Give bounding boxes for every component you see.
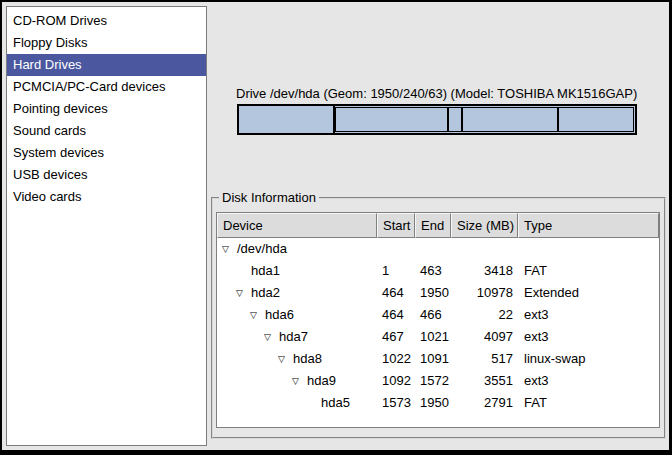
sidebar-item-floppy-disks[interactable]: Floppy Disks [7,32,206,54]
column-header-type[interactable]: Type [518,213,659,238]
tree-indent [217,282,234,304]
partition-segment-hda1 [239,106,333,133]
expander-open-icon[interactable]: ▽ [248,304,265,326]
disk-row-hda6[interactable]: ▽hda646446622ext3 [217,304,659,326]
start-cell: 464 [377,304,415,326]
device-cell: ▽hda7 [217,326,377,348]
sidebar-item-usb-devices[interactable]: USB devices [7,164,206,186]
type-cell: ext3 [518,326,659,348]
device-cell: ▽hda2 [217,282,377,304]
device-name: hda8 [293,348,322,370]
size-cell: 3551 [451,370,518,392]
sidebar-item-video-cards[interactable]: Video cards [7,186,206,208]
column-header-size-mb[interactable]: Size (MB) [451,213,518,238]
type-cell: FAT [518,392,659,414]
disk-information-frame: Disk Information DeviceStartEndSize (MB)… [211,197,666,439]
column-header-start[interactable]: Start [377,213,415,238]
disk-information-label: Disk Information [219,190,319,206]
start-cell: 1092 [377,370,415,392]
partition-segment-hda7 [337,108,448,131]
disk-row-hda5[interactable]: hda5157319502791FAT [217,392,659,414]
sidebar-item-cd-rom-drives[interactable]: CD-ROM Drives [7,10,206,32]
size-cell: 10978 [451,282,518,304]
size-cell: 517 [451,348,518,370]
partition-bar [237,104,637,135]
size-cell: 3418 [451,260,518,282]
column-header-end[interactable]: End [415,213,451,238]
disk-row-hda8[interactable]: ▽hda810221091517linux-swap [217,348,659,370]
disk-row-hda7[interactable]: ▽hda746710214097ext3 [217,326,659,348]
sidebar-item-hard-drives[interactable]: Hard Drives [7,54,206,76]
start-cell: 467 [377,326,415,348]
disk-row-hda9[interactable]: ▽hda9109215723551ext3 [217,370,659,392]
tree-indent [217,326,262,348]
device-name: hda6 [265,304,294,326]
sidebar-item-pcmcia-pc-card-devices[interactable]: PCMCIA/PC-Card devices [7,76,206,98]
start-cell [377,238,415,260]
type-cell: ext3 [518,304,659,326]
disk-info-table: DeviceStartEndSize (MB)Type ▽/dev/hdahda… [216,212,660,428]
end-cell: 1091 [415,348,451,370]
sidebar-item-pointing-devices[interactable]: Pointing devices [7,98,206,120]
tree-indent [217,370,290,392]
expander-open-icon[interactable]: ▽ [234,282,251,304]
partition-segment-hda9 [461,108,557,131]
type-cell: FAT [518,260,659,282]
tree-indent [217,348,276,370]
device-cell: ▽hda6 [217,304,377,326]
sidebar-item-system-devices[interactable]: System devices [7,142,206,164]
start-cell: 1022 [377,348,415,370]
device-category-list: CD-ROM DrivesFloppy DisksHard DrivesPCMC… [6,6,207,446]
size-cell: 2791 [451,392,518,414]
end-cell [415,238,451,260]
tree-indent [217,304,248,326]
partition-segment-hda5 [557,108,632,131]
device-cell: ▽hda8 [217,348,377,370]
device-name: hda2 [251,282,280,304]
device-name: hda7 [279,326,308,348]
device-name: hda5 [321,392,350,414]
type-cell: Extended [518,282,659,304]
partition-segment-hda8 [447,108,461,131]
column-header-device[interactable]: Device [217,213,377,238]
type-cell: ext3 [518,370,659,392]
device-name: /dev/hda [237,238,287,260]
end-cell: 1572 [415,370,451,392]
end-cell: 1950 [415,282,451,304]
type-cell [518,238,659,260]
size-cell [451,238,518,260]
disk-row-hda2[interactable]: ▽hda2464195010978Extended [217,282,659,304]
end-cell: 1950 [415,392,451,414]
device-cell: ▽/dev/hda [217,238,377,260]
device-name: hda1 [251,260,280,282]
device-cell: hda1 [217,260,377,282]
device-name: hda9 [307,370,336,392]
extended-partition-inner [335,107,634,132]
hardware-browser-window: CD-ROM DrivesFloppy DisksHard DrivesPCMC… [0,0,672,455]
disk-row-dev-hda[interactable]: ▽/dev/hda [217,238,659,260]
start-cell: 1573 [377,392,415,414]
end-cell: 466 [415,304,451,326]
end-cell: 463 [415,260,451,282]
tree-indent [217,392,304,414]
expander-open-icon[interactable]: ▽ [220,238,237,260]
expander-open-icon[interactable]: ▽ [290,370,307,392]
table-body: ▽/dev/hdahda114633418FAT▽hda246419501097… [217,238,659,427]
size-cell: 4097 [451,326,518,348]
end-cell: 1021 [415,326,451,348]
disk-row-hda1[interactable]: hda114633418FAT [217,260,659,282]
start-cell: 464 [377,282,415,304]
partition-segment-hda2 [333,106,635,133]
device-cell: ▽hda9 [217,370,377,392]
expander-open-icon[interactable]: ▽ [262,326,279,348]
start-cell: 1 [377,260,415,282]
tree-indent [217,260,234,282]
expander-open-icon[interactable]: ▽ [276,348,293,370]
type-cell: linux-swap [518,348,659,370]
device-cell: hda5 [217,392,377,414]
sidebar-item-sound-cards[interactable]: Sound cards [7,120,206,142]
table-header-row: DeviceStartEndSize (MB)Type [217,213,659,238]
drive-info-label: Drive /dev/hda (Geom: 1950/240/63) (Mode… [236,86,637,101]
size-cell: 22 [451,304,518,326]
